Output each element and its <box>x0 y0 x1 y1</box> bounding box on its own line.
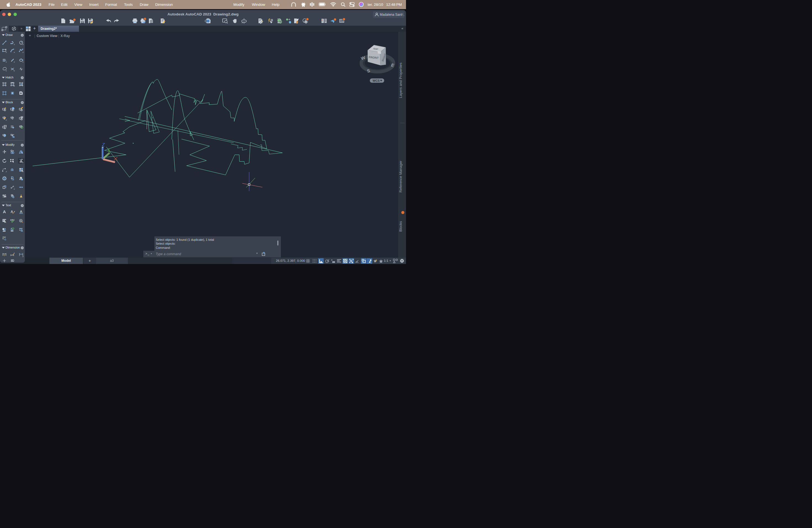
svg-text:A: A <box>21 229 23 232</box>
svg-text:X-Ray: X-Ray <box>60 34 70 38</box>
svg-text:ABC: ABC <box>10 219 15 221</box>
svg-text:Custom View: Custom View <box>37 34 58 38</box>
svg-text:A: A <box>4 228 6 230</box>
svg-text:A: A <box>11 210 13 214</box>
svg-text:A: A <box>20 210 23 214</box>
svg-text:+: + <box>29 33 31 38</box>
svg-text:WCS: WCS <box>373 79 380 82</box>
svg-text:A: A <box>20 220 22 222</box>
svg-text:A: A <box>3 209 6 214</box>
svg-text:|: | <box>34 34 35 38</box>
svg-text:PDF: PDF <box>2 236 6 238</box>
svg-text:|: | <box>58 34 59 38</box>
svg-text:A: A <box>4 220 6 223</box>
svg-text:Z: Z <box>102 142 105 147</box>
